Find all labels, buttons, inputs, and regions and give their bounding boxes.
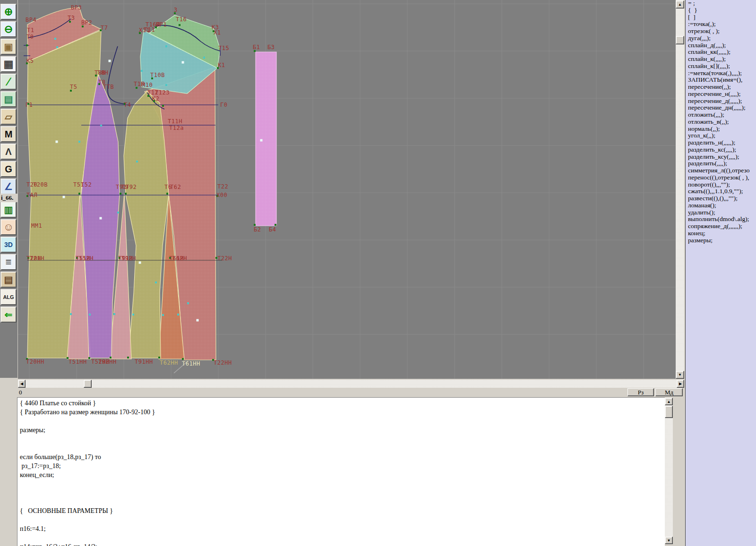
point-marker	[177, 314, 179, 316]
command-item[interactable]: разделить(,,,,);	[686, 160, 756, 167]
command-item[interactable]: удалить();	[686, 209, 756, 216]
point-label: Т22НН	[214, 359, 232, 366]
command-item[interactable]: перенос((),отрезок( , ),	[686, 174, 756, 181]
command-item[interactable]: поворот((),,,"");	[686, 181, 756, 188]
point-marker	[89, 314, 91, 316]
canvas-hscroll-left-icon[interactable]: ◀	[18, 380, 26, 388]
command-item[interactable]: разделить_н(,,,,,);	[686, 139, 756, 146]
ruler-button[interactable]: ∠	[0, 179, 17, 195]
command-item[interactable]: ЗАПИСАТЬ(имя=(),	[686, 77, 756, 84]
table-icon: ▥	[4, 205, 13, 214]
point-marker	[275, 224, 276, 226]
point-marker	[120, 193, 121, 195]
command-item[interactable]: ломаная();	[686, 202, 756, 209]
image-icon: ▤	[4, 94, 13, 104]
list-button[interactable]: ≡	[0, 254, 17, 270]
exit-button[interactable]: ⇐	[0, 307, 17, 323]
point-marker	[56, 46, 58, 48]
command-item[interactable]: размеры;	[686, 237, 756, 244]
command-item[interactable]: выполнить(dmod\.alg);	[686, 216, 756, 223]
command-item[interactable]: сплайн_кк(,,,,,);	[686, 49, 756, 56]
origin-coordinate: 0	[19, 389, 22, 396]
command-item[interactable]: угол_к(,,);	[686, 132, 756, 139]
grid-button[interactable]: ▦	[0, 56, 17, 72]
code-vscroll-up-icon[interactable]: ▲	[665, 398, 673, 405]
command-item[interactable]: развести((),(),,,"");	[686, 195, 756, 202]
code-editor[interactable]: { 4460 Платье со стойкой } { Разработано…	[17, 397, 665, 546]
point-marker	[162, 105, 164, 107]
point-marker	[100, 217, 102, 220]
point-label: Т1	[27, 27, 34, 34]
canvas-vscroll-thumb[interactable]	[676, 36, 684, 44]
g-tool-button[interactable]: G	[0, 161, 17, 177]
point-marker	[109, 60, 111, 62]
point-label: Т62НН	[160, 359, 178, 366]
command-item[interactable]: отложить(,,,);	[686, 111, 756, 119]
point-label: Г1	[26, 102, 33, 108]
point-label: Т16	[176, 16, 187, 23]
canvas-hscroll-thumb[interactable]	[84, 380, 92, 388]
canvas-vscroll-up-icon[interactable]: ▲	[676, 0, 684, 9]
command-item[interactable]: = ;	[686, 0, 756, 7]
point-label: Х00	[216, 192, 227, 198]
point-label: Т22	[217, 183, 228, 190]
drafting-tools-button[interactable]: Λ	[0, 144, 17, 160]
code-vscroll-down-icon[interactable]: ▼	[665, 537, 673, 544]
m-tool-icon: M	[5, 129, 13, 139]
books-button[interactable]: ▤	[0, 272, 17, 288]
point-marker	[162, 314, 164, 316]
canvas-vscrollbar[interactable]	[676, 0, 684, 379]
point-label: Т10В	[150, 72, 165, 78]
table-button[interactable]: ▥	[0, 202, 17, 218]
command-item[interactable]: отрезок( , );	[686, 28, 756, 35]
command-item[interactable]: [ ]	[686, 14, 756, 21]
point-label: Т62Н	[172, 255, 187, 262]
command-item[interactable]: сопряжение_д(,,,,,,);	[686, 223, 756, 230]
point-marker	[166, 193, 168, 195]
command-item[interactable]: разделить_кс(,,,,);	[686, 146, 756, 154]
command-item[interactable]: пересечение(,,);	[686, 84, 756, 91]
alg-button[interactable]: ALG	[0, 289, 17, 305]
m-tool-button[interactable]: M	[0, 126, 17, 142]
md-button[interactable]: Мд	[655, 388, 683, 396]
list-icon: ≡	[6, 257, 12, 267]
portrait-button[interactable]: ☺	[0, 219, 17, 235]
command-item[interactable]: сплайн_д(,,,,);	[686, 42, 756, 49]
view-3d-button[interactable]: 3D	[0, 237, 17, 253]
canvas-hscroll-right-icon[interactable]: ▶	[677, 380, 684, 388]
pattern-piece-button[interactable]: ▱	[0, 109, 17, 125]
command-item[interactable]: симметрия_л((),отрезо	[686, 167, 756, 174]
plan-view-button[interactable]: ▣	[0, 39, 17, 55]
command-item[interactable]: :=метка(точка(,),,,,);	[686, 70, 756, 77]
drawing-canvas[interactable]: ВР3ВР4Т3ВР2Т1Т0Т7К5Т5Т8ВТ8НТ8ТТВХ11Т11Т1…	[18, 0, 676, 379]
zoom-in-button[interactable]: ⊕	[0, 4, 17, 20]
point-marker	[56, 141, 58, 143]
canvas-hscrollbar[interactable]	[18, 380, 684, 388]
command-item[interactable]: { }	[686, 7, 756, 14]
command-item[interactable]: сплайн_к(,,,,);	[686, 56, 756, 63]
command-item[interactable]: :=точка(,);	[686, 21, 756, 28]
segment-tool-button[interactable]: ∕	[0, 74, 17, 90]
zoom-out-button[interactable]: ⊖	[0, 21, 17, 37]
rz-button[interactable]: Рз	[627, 388, 654, 396]
command-item[interactable]: пересечение_н(,,,,);	[686, 91, 756, 98]
point-label: Т51НН	[69, 358, 87, 365]
command-item[interactable]: отложить_в(,,);	[686, 119, 756, 126]
pattern-drawing[interactable]: ВР3ВР4Т3ВР2Т1Т0Т7К5Т5Т8ВТ8НТ8ТТВХ11Т11Т1…	[18, 0, 676, 379]
point-label: Т92НН	[98, 358, 117, 365]
command-item[interactable]: пересечение_дн(,,,,,);	[686, 104, 756, 111]
command-item[interactable]: сжать((),,,1.1,0.9,"");	[686, 188, 756, 195]
command-item[interactable]: пересечение_д(,,,,,);	[686, 98, 756, 105]
point-label: Т11Н	[168, 118, 182, 125]
image-button[interactable]: ▤	[0, 91, 17, 107]
command-item[interactable]: дуга(,,,);	[686, 35, 756, 42]
command-item[interactable]: разделить_ксу(,,,,);	[686, 154, 756, 161]
canvas-vscroll-down-icon[interactable]: ▼	[676, 371, 684, 379]
code-vscroll-thumb[interactable]	[665, 406, 673, 418]
code-vscrollbar[interactable]	[665, 398, 673, 544]
command-item[interactable]: сплайн_к[](,,,,);	[686, 63, 756, 70]
point-label: Т20В	[33, 181, 48, 188]
command-item[interactable]: конец;	[686, 230, 756, 237]
command-item[interactable]: нормаль(,,);	[686, 126, 756, 133]
left-toolbar: ⊕⊖▣▦∕▤▱MΛG∠▥☺3D≡▤ALG⇐i_66.	[0, 0, 17, 378]
